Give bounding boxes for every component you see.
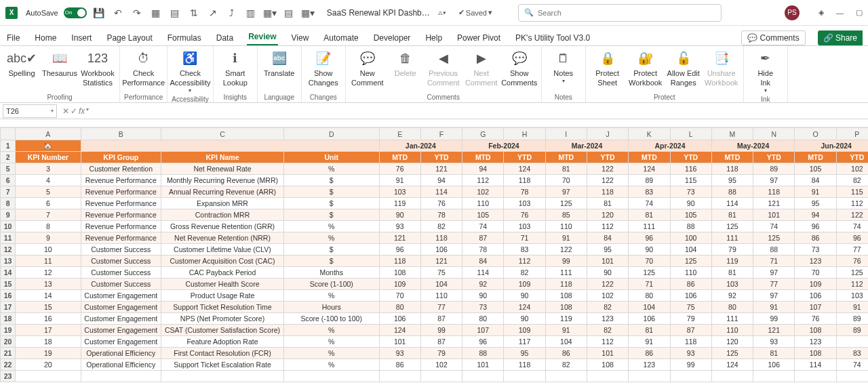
- cell[interactable]: 77: [753, 279, 795, 290]
- cell[interactable]: 9: [16, 232, 81, 244]
- cell[interactable]: 83: [629, 186, 670, 198]
- cell[interactable]: %: [283, 232, 379, 244]
- cell[interactable]: [836, 336, 868, 348]
- cell[interactable]: [629, 371, 670, 382]
- cell[interactable]: 82: [587, 325, 628, 336]
- new-comment-button[interactable]: 💬NewComment: [350, 47, 385, 87]
- tab-formulas[interactable]: Formulas: [166, 30, 203, 45]
- cell[interactable]: Gross Revenue Retention (GRR): [161, 221, 284, 232]
- cell[interactable]: 71: [504, 232, 545, 244]
- cell[interactable]: 89: [753, 163, 795, 175]
- cell[interactable]: 79: [670, 313, 711, 325]
- cell[interactable]: 111: [711, 313, 753, 325]
- cell[interactable]: 87: [420, 336, 462, 348]
- cell[interactable]: 74: [836, 359, 868, 371]
- cell[interactable]: 93: [379, 348, 420, 359]
- row-header-23[interactable]: 23: [1, 371, 16, 382]
- cell[interactable]: 90: [670, 198, 711, 209]
- month-header[interactable]: Mar-2024: [545, 140, 629, 152]
- col-header-H[interactable]: H: [504, 128, 545, 140]
- cell[interactable]: Contraction MRR: [161, 209, 284, 221]
- col-header-I[interactable]: I: [545, 128, 587, 140]
- cell[interactable]: 96: [629, 232, 670, 244]
- cell[interactable]: 110: [545, 221, 587, 232]
- cell[interactable]: 122: [587, 279, 628, 290]
- cell[interactable]: 85: [545, 209, 587, 221]
- cell[interactable]: 91: [836, 302, 868, 313]
- cell[interactable]: 90: [462, 290, 504, 302]
- row-header-20[interactable]: 20: [1, 336, 16, 348]
- cell[interactable]: [670, 371, 711, 382]
- col-header-A[interactable]: A: [16, 128, 81, 140]
- cell[interactable]: 70: [545, 175, 587, 186]
- check-accessibility-button[interactable]: ♿CheckAccessibility▾: [172, 47, 208, 94]
- cell[interactable]: Feature Adoption Rate: [161, 336, 284, 348]
- cell[interactable]: 80: [711, 302, 753, 313]
- cell[interactable]: 86: [795, 232, 836, 244]
- cell[interactable]: Operational Efficiency: [81, 359, 161, 371]
- check-performance-button[interactable]: ⏱CheckPerformance: [126, 47, 161, 87]
- cell[interactable]: 121: [379, 232, 420, 244]
- cell[interactable]: 96: [379, 244, 420, 255]
- cell[interactable]: 106: [795, 290, 836, 302]
- col-header-C[interactable]: C: [161, 128, 284, 140]
- cell[interactable]: 112: [587, 221, 628, 232]
- header-mtd[interactable]: MTD: [379, 152, 420, 163]
- row-header-8[interactable]: 8: [1, 198, 16, 209]
- cell[interactable]: 76: [379, 163, 420, 175]
- cell[interactable]: 91: [545, 325, 587, 336]
- cell[interactable]: 74: [753, 221, 795, 232]
- cell[interactable]: 99: [753, 313, 795, 325]
- row-header-18[interactable]: 18: [1, 313, 16, 325]
- cell[interactable]: 82: [420, 221, 462, 232]
- minimize-icon[interactable]: —: [836, 9, 844, 17]
- row-header-7[interactable]: 7: [1, 186, 16, 198]
- home-icon-cell[interactable]: 🏠: [16, 140, 81, 152]
- cell[interactable]: [379, 371, 420, 382]
- cell[interactable]: 94: [795, 209, 836, 221]
- cell[interactable]: 112: [462, 175, 504, 186]
- cell[interactable]: 83: [836, 348, 868, 359]
- qat-icon-8[interactable]: ▤: [282, 6, 296, 20]
- cell[interactable]: 17: [16, 325, 81, 336]
- cell[interactable]: Customer Engagement: [81, 290, 161, 302]
- cell[interactable]: 124: [711, 359, 753, 371]
- notes-button[interactable]: 🗒Notes▾: [546, 47, 581, 85]
- cell[interactable]: 119: [545, 313, 587, 325]
- cell[interactable]: 121: [753, 198, 795, 209]
- cell[interactable]: 124: [379, 325, 420, 336]
- translate-button[interactable]: 🔤Translate: [262, 47, 297, 77]
- cell[interactable]: 91: [753, 302, 795, 313]
- row-header-17[interactable]: 17: [1, 302, 16, 313]
- cell[interactable]: Revenue Performance: [81, 175, 161, 186]
- row-header-2[interactable]: 2: [1, 152, 16, 163]
- cell[interactable]: 112: [836, 198, 868, 209]
- cell[interactable]: 121: [420, 163, 462, 175]
- cell[interactable]: Customer Engagement: [81, 336, 161, 348]
- name-box[interactable]: T26▾: [3, 104, 57, 118]
- cell[interactable]: Revenue Performance: [81, 198, 161, 209]
- cell[interactable]: 115: [670, 175, 711, 186]
- cell[interactable]: 106: [629, 313, 670, 325]
- cell[interactable]: 78: [504, 186, 545, 198]
- cell[interactable]: Net Renewal Rate: [161, 163, 284, 175]
- cell[interactable]: 5: [16, 186, 81, 198]
- cell[interactable]: 122: [587, 163, 628, 175]
- cell[interactable]: 77: [836, 244, 868, 255]
- col-header-J[interactable]: J: [587, 128, 628, 140]
- cell[interactable]: 78: [462, 244, 504, 255]
- cell[interactable]: 118: [670, 336, 711, 348]
- qat-icon-2[interactable]: ▤: [168, 6, 182, 20]
- cell[interactable]: $: [283, 175, 379, 186]
- cell[interactable]: 104: [420, 279, 462, 290]
- cell[interactable]: 108: [795, 348, 836, 359]
- cell[interactable]: 73: [795, 244, 836, 255]
- show-changes-button[interactable]: 📝ShowChanges: [306, 47, 341, 87]
- fx-dropdown-icon[interactable]: ▾: [86, 106, 89, 116]
- select-all-corner[interactable]: [1, 128, 16, 140]
- cell[interactable]: 76: [420, 198, 462, 209]
- row-header-14[interactable]: 14: [1, 267, 16, 279]
- cell[interactable]: 102: [836, 163, 868, 175]
- autosave-toggle[interactable]: On: [64, 7, 87, 18]
- cell[interactable]: 87: [462, 232, 504, 244]
